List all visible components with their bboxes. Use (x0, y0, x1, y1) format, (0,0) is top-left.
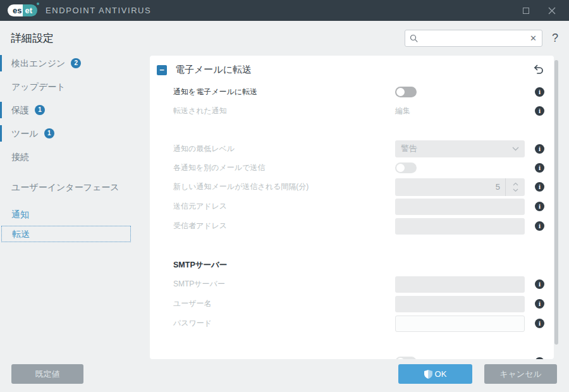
sidebar-item-label: ユーザーインターフェース (11, 180, 128, 194)
badge-count: 1 (35, 105, 45, 115)
toggle-knob (396, 358, 405, 360)
info-icon[interactable]: i (535, 144, 544, 154)
sidebar-item-update[interactable]: アップデート (0, 80, 150, 94)
cancel-button[interactable]: キャンセル (484, 364, 557, 384)
sidebar-item-label: アップデート (11, 80, 66, 94)
row-label: 通知を電子メールに転送 (173, 87, 257, 97)
vertical-scrollbar[interactable] (554, 60, 558, 345)
collapse-icon[interactable]: − (157, 65, 167, 75)
sidebar-item-label: 接続 (11, 150, 29, 164)
smtp-server-field[interactable] (395, 276, 525, 293)
row-forwarded-notifications: 転送された通知 編集 i (173, 101, 544, 120)
info-icon[interactable]: i (535, 221, 544, 231)
maximize-button[interactable] (522, 6, 530, 15)
info-icon[interactable]: i (535, 182, 544, 192)
clipped-toggle[interactable] (395, 357, 417, 360)
row-separate-email: 各通知を別のメールで送信 i (173, 158, 544, 177)
info-icon[interactable]: i (535, 202, 544, 211)
row-label: 受信者アドレス (173, 221, 227, 231)
sidebar-item-notifications[interactable]: 通知 (0, 207, 150, 221)
badge-count: 2 (71, 58, 81, 68)
info-icon[interactable]: i (535, 357, 544, 360)
info-icon[interactable]: i (535, 299, 544, 309)
logo-registered-dot (37, 3, 39, 5)
app-name: ENDPOINT ANTIVIRUS (46, 6, 151, 15)
sidebar-item-label: ツール (11, 126, 39, 140)
sidebar-item-forward-selected[interactable]: 転送 (1, 226, 131, 242)
toggle-knob (396, 164, 405, 172)
stepper-up-icon[interactable] (513, 182, 518, 186)
interval-stepper[interactable]: 5 (395, 178, 525, 196)
shield-icon (424, 370, 432, 379)
search-input[interactable] (419, 30, 530, 46)
info-icon[interactable]: i (535, 279, 544, 289)
help-icon[interactable]: ? (552, 32, 558, 45)
row-label: 通知の最低レベル (173, 144, 235, 154)
row-smtp-server: SMTPサーバー i (173, 274, 544, 294)
row-clipped: i (173, 352, 544, 359)
ok-label: OK (435, 369, 447, 379)
recipient-address-field[interactable] (395, 218, 525, 235)
info-icon[interactable]: i (535, 319, 544, 328)
sidebar-item-user-interface[interactable]: ユーザーインターフェース (0, 173, 150, 201)
sidebar-item-detection-engine[interactable]: 検出エンジン 2 (0, 56, 150, 70)
toggle-knob (396, 88, 405, 96)
default-button[interactable]: 既定値 (11, 364, 83, 384)
sidebar-item-protection[interactable]: 保護 1 (0, 103, 150, 117)
sidebar-item-label: 保護 (11, 103, 29, 117)
sidebar-item-label: 検出エンジン (11, 56, 65, 70)
row-password: パスワード i (173, 314, 544, 333)
row-label: パスワード (173, 318, 212, 329)
eset-logo-es: es (8, 4, 23, 16)
search-icon (410, 34, 419, 43)
row-forward-to-email: 通知を電子メールに転送 i (173, 82, 544, 101)
eset-logo: es et (8, 4, 37, 16)
page-title: 詳細設定 (11, 31, 54, 46)
row-label: 各通知を別のメールで送信 (173, 162, 265, 173)
sidebar: 検出エンジン 2 アップデート 保護 1 ツール 1 接続 ユーザーインターフェ… (0, 56, 150, 360)
info-icon[interactable]: i (535, 106, 544, 116)
footer: 既定値 OK キャンセル (0, 363, 569, 392)
edit-link[interactable]: 編集 (395, 106, 410, 116)
row-label: 送信元アドレス (173, 201, 227, 212)
row-label: 新しい通知メールが送信される間隔(分) (173, 181, 309, 192)
sidebar-item-tools[interactable]: ツール 1 (0, 126, 150, 140)
sidebar-item-label: 通知 (11, 207, 29, 221)
password-field[interactable] (395, 315, 525, 332)
badge-count: 1 (44, 128, 54, 138)
sender-address-field[interactable] (395, 199, 525, 215)
section-header: − 電子メールに転送 (150, 56, 554, 76)
ok-button[interactable]: OK (398, 364, 472, 384)
row-label: ユーザー名 (173, 298, 212, 309)
info-icon[interactable]: i (535, 163, 544, 173)
search-box: ✕ (405, 30, 542, 47)
info-icon[interactable]: i (535, 87, 544, 97)
min-level-select[interactable]: 警告 (395, 140, 525, 157)
select-value: 警告 (401, 143, 417, 154)
sidebar-item-connection[interactable]: 接続 (0, 150, 150, 164)
username-field[interactable] (395, 296, 525, 312)
row-recipient-address: 受信者アドレス i (173, 216, 544, 236)
maximize-icon (523, 8, 529, 14)
titlebar: es et ENDPOINT ANTIVIRUS (0, 0, 569, 21)
row-interval: 新しい通知メールが送信される間隔(分) 5 (173, 177, 544, 197)
undo-icon[interactable] (533, 64, 544, 75)
smtp-group-title: SMTPサーバー (173, 260, 544, 271)
row-label: SMTPサーバー (173, 279, 225, 290)
eset-logo-et: et (23, 4, 37, 16)
settings-rows: 通知を電子メールに転送 i 転送された通知 編集 i 通知の最低レベル 警 (150, 82, 554, 359)
header: 詳細設定 ✕ ? (0, 21, 569, 56)
forward-toggle[interactable] (395, 87, 417, 97)
settings-panel: − 電子メールに転送 通知を電子メールに転送 i 転送された通知 (150, 56, 554, 359)
row-label: 転送された通知 (173, 106, 227, 116)
row-min-level: 通知の最低レベル 警告 i (173, 139, 544, 158)
search-clear-icon[interactable]: ✕ (530, 34, 537, 42)
row-sender-address: 送信元アドレス i (173, 197, 544, 216)
close-icon (548, 7, 556, 15)
close-button[interactable] (548, 6, 556, 15)
sidebar-item-label: 転送 (12, 228, 30, 240)
eset-advanced-setup-window: es et ENDPOINT ANTIVIRUS 詳細設定 (0, 0, 569, 392)
separate-email-toggle[interactable] (395, 162, 417, 173)
chevron-down-icon (512, 147, 519, 151)
stepper-down-icon[interactable] (513, 188, 518, 192)
